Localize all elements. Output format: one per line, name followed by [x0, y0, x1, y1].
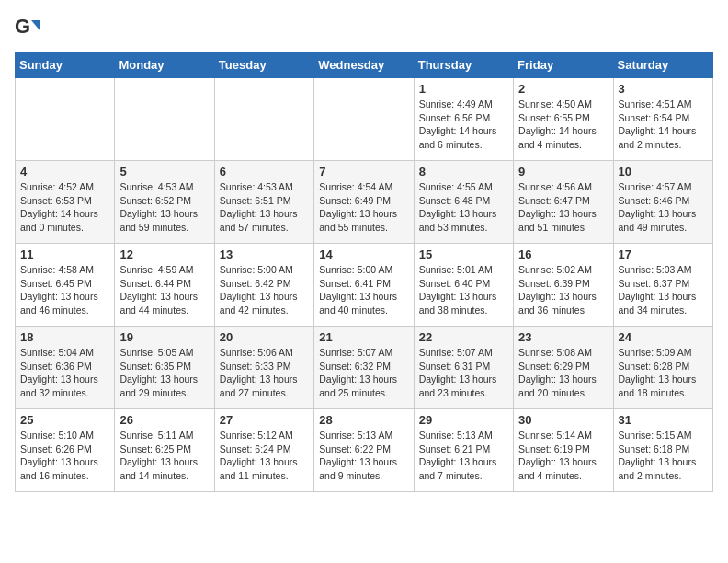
calendar-cell: 16Sunrise: 5:02 AM Sunset: 6:39 PM Dayli… [514, 244, 613, 327]
day-number: 27 [220, 413, 309, 427]
cell-info: Sunrise: 5:00 AM Sunset: 6:41 PM Dayligh… [319, 263, 408, 317]
calendar-cell [115, 78, 214, 161]
calendar-cell: 4Sunrise: 4:52 AM Sunset: 6:53 PM Daylig… [16, 161, 115, 244]
day-number: 20 [220, 330, 309, 344]
day-number: 14 [319, 247, 408, 261]
calendar-cell: 6Sunrise: 4:53 AM Sunset: 6:51 PM Daylig… [214, 161, 313, 244]
cell-info: Sunrise: 5:11 AM Sunset: 6:25 PM Dayligh… [119, 429, 209, 483]
calendar-cell: 1Sunrise: 4:49 AM Sunset: 6:56 PM Daylig… [414, 78, 513, 161]
svg-text:G: G [15, 15, 30, 38]
calendar-header: SundayMondayTuesdayWednesdayThursdayFrid… [16, 52, 713, 78]
weekday-header: Monday [115, 52, 214, 78]
cell-info: Sunrise: 5:10 AM Sunset: 6:26 PM Dayligh… [20, 429, 109, 483]
cell-info: Sunrise: 5:07 AM Sunset: 6:32 PM Dayligh… [319, 346, 408, 400]
calendar-cell: 27Sunrise: 5:12 AM Sunset: 6:24 PM Dayli… [214, 409, 313, 492]
cell-info: Sunrise: 4:55 AM Sunset: 6:48 PM Dayligh… [419, 180, 508, 235]
cell-info: Sunrise: 5:07 AM Sunset: 6:31 PM Dayligh… [419, 346, 508, 400]
calendar-cell: 26Sunrise: 5:11 AM Sunset: 6:25 PM Dayli… [115, 409, 214, 492]
cell-info: Sunrise: 5:06 AM Sunset: 6:33 PM Dayligh… [220, 346, 309, 400]
day-number: 15 [419, 247, 508, 261]
day-number: 2 [518, 82, 608, 96]
calendar-cell: 13Sunrise: 5:00 AM Sunset: 6:42 PM Dayli… [214, 244, 313, 327]
calendar-cell: 30Sunrise: 5:14 AM Sunset: 6:19 PM Dayli… [514, 409, 613, 492]
cell-info: Sunrise: 5:15 AM Sunset: 6:18 PM Dayligh… [619, 429, 708, 483]
logo: G [15, 15, 44, 40]
weekday-header: Tuesday [214, 52, 313, 78]
day-number: 8 [419, 165, 508, 178]
cell-info: Sunrise: 4:50 AM Sunset: 6:55 PM Dayligh… [518, 98, 608, 152]
calendar-cell: 31Sunrise: 5:15 AM Sunset: 6:18 PM Dayli… [613, 409, 712, 492]
cell-info: Sunrise: 4:54 AM Sunset: 6:49 PM Dayligh… [319, 180, 408, 235]
cell-info: Sunrise: 5:01 AM Sunset: 6:40 PM Dayligh… [419, 263, 508, 317]
calendar-cell: 24Sunrise: 5:09 AM Sunset: 6:28 PM Dayli… [613, 327, 712, 409]
calendar-cell: 14Sunrise: 5:00 AM Sunset: 6:41 PM Dayli… [314, 244, 414, 327]
cell-info: Sunrise: 4:49 AM Sunset: 6:56 PM Dayligh… [419, 98, 508, 152]
day-number: 13 [220, 247, 309, 261]
calendar-cell: 28Sunrise: 5:13 AM Sunset: 6:22 PM Dayli… [314, 409, 414, 492]
calendar-cell: 2Sunrise: 4:50 AM Sunset: 6:55 PM Daylig… [514, 78, 613, 161]
cell-info: Sunrise: 5:08 AM Sunset: 6:29 PM Dayligh… [518, 346, 608, 400]
cell-info: Sunrise: 4:59 AM Sunset: 6:44 PM Dayligh… [119, 263, 209, 317]
svg-marker-1 [31, 20, 40, 31]
weekday-header: Friday [514, 52, 613, 78]
cell-info: Sunrise: 4:58 AM Sunset: 6:45 PM Dayligh… [20, 263, 109, 317]
day-number: 23 [518, 330, 608, 344]
calendar-cell: 10Sunrise: 4:57 AM Sunset: 6:46 PM Dayli… [613, 161, 712, 244]
calendar-cell: 25Sunrise: 5:10 AM Sunset: 6:26 PM Dayli… [16, 409, 115, 492]
day-number: 19 [119, 330, 209, 344]
calendar-cell: 15Sunrise: 5:01 AM Sunset: 6:40 PM Dayli… [414, 244, 513, 327]
cell-info: Sunrise: 5:09 AM Sunset: 6:28 PM Dayligh… [619, 346, 708, 400]
cell-info: Sunrise: 4:53 AM Sunset: 6:52 PM Dayligh… [119, 180, 209, 235]
calendar-cell [16, 78, 115, 161]
weekday-header: Sunday [16, 52, 115, 78]
day-number: 22 [419, 330, 508, 344]
calendar-cell: 22Sunrise: 5:07 AM Sunset: 6:31 PM Dayli… [414, 327, 513, 409]
calendar-cell: 12Sunrise: 4:59 AM Sunset: 6:44 PM Dayli… [115, 244, 214, 327]
calendar-cell: 29Sunrise: 5:13 AM Sunset: 6:21 PM Dayli… [414, 409, 513, 492]
cell-info: Sunrise: 5:04 AM Sunset: 6:36 PM Dayligh… [20, 346, 109, 400]
calendar-cell: 8Sunrise: 4:55 AM Sunset: 6:48 PM Daylig… [414, 161, 513, 244]
day-number: 6 [220, 165, 309, 178]
calendar-cell: 20Sunrise: 5:06 AM Sunset: 6:33 PM Dayli… [214, 327, 313, 409]
calendar-cell: 7Sunrise: 4:54 AM Sunset: 6:49 PM Daylig… [314, 161, 414, 244]
calendar-table: SundayMondayTuesdayWednesdayThursdayFrid… [15, 52, 713, 492]
cell-info: Sunrise: 5:12 AM Sunset: 6:24 PM Dayligh… [220, 429, 309, 483]
day-number: 16 [518, 247, 608, 261]
day-number: 5 [119, 165, 209, 178]
weekday-header: Thursday [414, 52, 513, 78]
day-number: 1 [419, 82, 508, 96]
day-number: 31 [619, 413, 708, 427]
cell-info: Sunrise: 5:05 AM Sunset: 6:35 PM Dayligh… [119, 346, 209, 400]
day-number: 29 [419, 413, 508, 427]
calendar-cell [214, 78, 313, 161]
cell-info: Sunrise: 5:00 AM Sunset: 6:42 PM Dayligh… [220, 263, 309, 317]
calendar-cell [314, 78, 414, 161]
day-number: 7 [319, 165, 408, 178]
cell-info: Sunrise: 5:02 AM Sunset: 6:39 PM Dayligh… [518, 263, 608, 317]
calendar-cell: 23Sunrise: 5:08 AM Sunset: 6:29 PM Dayli… [514, 327, 613, 409]
day-number: 4 [20, 165, 109, 178]
cell-info: Sunrise: 4:51 AM Sunset: 6:54 PM Dayligh… [619, 98, 708, 152]
day-number: 24 [619, 330, 708, 344]
cell-info: Sunrise: 5:13 AM Sunset: 6:22 PM Dayligh… [319, 429, 408, 483]
calendar-cell: 17Sunrise: 5:03 AM Sunset: 6:37 PM Dayli… [613, 244, 712, 327]
calendar-cell: 11Sunrise: 4:58 AM Sunset: 6:45 PM Dayli… [16, 244, 115, 327]
page-header: G [15, 15, 713, 40]
day-number: 12 [119, 247, 209, 261]
cell-info: Sunrise: 5:13 AM Sunset: 6:21 PM Dayligh… [419, 429, 508, 483]
cell-info: Sunrise: 5:03 AM Sunset: 6:37 PM Dayligh… [619, 263, 708, 317]
day-number: 21 [319, 330, 408, 344]
calendar-cell: 3Sunrise: 4:51 AM Sunset: 6:54 PM Daylig… [613, 78, 712, 161]
cell-info: Sunrise: 4:53 AM Sunset: 6:51 PM Dayligh… [220, 180, 309, 235]
cell-info: Sunrise: 4:52 AM Sunset: 6:53 PM Dayligh… [20, 180, 109, 235]
day-number: 11 [20, 247, 109, 261]
cell-info: Sunrise: 4:57 AM Sunset: 6:46 PM Dayligh… [619, 180, 708, 235]
calendar-cell: 18Sunrise: 5:04 AM Sunset: 6:36 PM Dayli… [16, 327, 115, 409]
day-number: 30 [518, 413, 608, 427]
day-number: 26 [119, 413, 209, 427]
calendar-cell: 19Sunrise: 5:05 AM Sunset: 6:35 PM Dayli… [115, 327, 214, 409]
day-number: 25 [20, 413, 109, 427]
day-number: 18 [20, 330, 109, 344]
day-number: 28 [319, 413, 408, 427]
cell-info: Sunrise: 5:14 AM Sunset: 6:19 PM Dayligh… [518, 429, 608, 483]
